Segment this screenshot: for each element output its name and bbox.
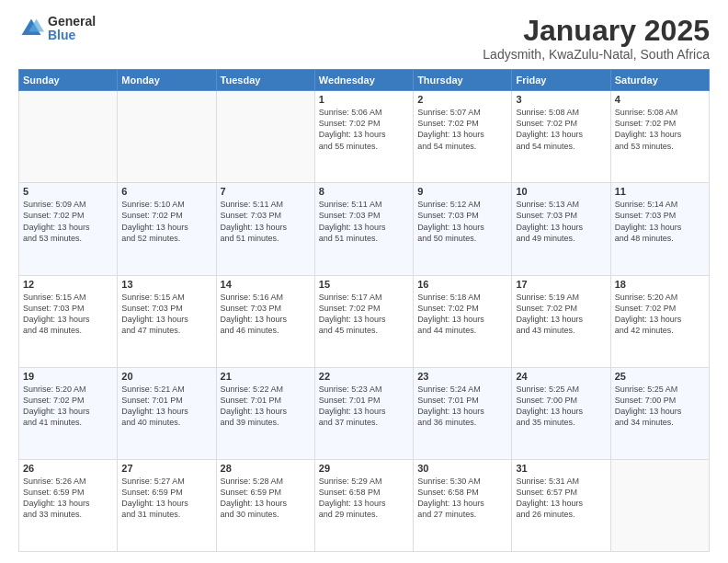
table-row: 7Sunrise: 5:11 AM Sunset: 7:03 PM Daylig… xyxy=(216,183,314,275)
table-row: 21Sunrise: 5:22 AM Sunset: 7:01 PM Dayli… xyxy=(216,367,314,459)
day-info: Sunrise: 5:24 AM Sunset: 7:01 PM Dayligh… xyxy=(417,384,507,429)
day-number: 18 xyxy=(615,279,705,290)
table-row: 5Sunrise: 5:09 AM Sunset: 7:02 PM Daylig… xyxy=(19,183,118,275)
day-info: Sunrise: 5:20 AM Sunset: 7:02 PM Dayligh… xyxy=(615,292,705,337)
table-row: 10Sunrise: 5:13 AM Sunset: 7:03 PM Dayli… xyxy=(512,183,610,275)
table-row: 2Sunrise: 5:07 AM Sunset: 7:02 PM Daylig… xyxy=(414,91,512,183)
day-info: Sunrise: 5:29 AM Sunset: 6:58 PM Dayligh… xyxy=(319,476,409,521)
table-row: 25Sunrise: 5:25 AM Sunset: 7:00 PM Dayli… xyxy=(610,367,709,459)
logo-blue-label: Blue xyxy=(48,29,96,42)
day-info: Sunrise: 5:21 AM Sunset: 7:01 PM Dayligh… xyxy=(121,384,211,429)
day-number: 19 xyxy=(23,371,113,382)
day-info: Sunrise: 5:08 AM Sunset: 7:02 PM Dayligh… xyxy=(516,107,606,152)
location-title: Ladysmith, KwaZulu-Natal, South Africa xyxy=(483,47,710,62)
table-row: 12Sunrise: 5:15 AM Sunset: 7:03 PM Dayli… xyxy=(19,275,118,367)
table-row: 17Sunrise: 5:19 AM Sunset: 7:02 PM Dayli… xyxy=(512,275,610,367)
day-number: 10 xyxy=(516,186,606,197)
table-row xyxy=(216,91,314,183)
table-row: 23Sunrise: 5:24 AM Sunset: 7:01 PM Dayli… xyxy=(414,367,512,459)
table-row: 30Sunrise: 5:30 AM Sunset: 6:58 PM Dayli… xyxy=(414,459,512,551)
day-info: Sunrise: 5:20 AM Sunset: 7:02 PM Dayligh… xyxy=(23,384,113,429)
calendar-week-2: 5Sunrise: 5:09 AM Sunset: 7:02 PM Daylig… xyxy=(19,183,710,275)
day-info: Sunrise: 5:28 AM Sunset: 6:59 PM Dayligh… xyxy=(221,476,311,521)
table-row xyxy=(118,91,216,183)
day-number: 6 xyxy=(121,186,211,197)
table-row: 3Sunrise: 5:08 AM Sunset: 7:02 PM Daylig… xyxy=(512,91,610,183)
day-info: Sunrise: 5:25 AM Sunset: 7:00 PM Dayligh… xyxy=(615,384,705,429)
day-info: Sunrise: 5:08 AM Sunset: 7:02 PM Dayligh… xyxy=(615,107,705,152)
table-row: 22Sunrise: 5:23 AM Sunset: 7:01 PM Dayli… xyxy=(314,367,413,459)
day-number: 15 xyxy=(319,279,409,290)
day-number: 27 xyxy=(121,463,211,474)
table-row: 26Sunrise: 5:26 AM Sunset: 6:59 PM Dayli… xyxy=(19,459,118,551)
col-sunday: Sunday xyxy=(19,70,118,91)
logo-general-label: General xyxy=(48,15,96,29)
table-row: 13Sunrise: 5:15 AM Sunset: 7:03 PM Dayli… xyxy=(118,275,216,367)
day-number: 13 xyxy=(121,279,211,290)
day-number: 21 xyxy=(221,371,311,382)
day-info: Sunrise: 5:17 AM Sunset: 7:02 PM Dayligh… xyxy=(319,292,409,337)
day-info: Sunrise: 5:14 AM Sunset: 7:03 PM Dayligh… xyxy=(615,199,705,244)
table-row: 28Sunrise: 5:28 AM Sunset: 6:59 PM Dayli… xyxy=(216,459,314,551)
table-row: 11Sunrise: 5:14 AM Sunset: 7:03 PM Dayli… xyxy=(610,183,709,275)
logo-text: General Blue xyxy=(48,15,96,43)
day-info: Sunrise: 5:27 AM Sunset: 6:59 PM Dayligh… xyxy=(121,476,211,521)
day-number: 12 xyxy=(23,279,113,290)
day-number: 26 xyxy=(23,463,113,474)
day-number: 2 xyxy=(417,94,507,105)
day-info: Sunrise: 5:13 AM Sunset: 7:03 PM Dayligh… xyxy=(516,199,606,244)
table-row: 8Sunrise: 5:11 AM Sunset: 7:03 PM Daylig… xyxy=(314,183,413,275)
calendar-week-5: 26Sunrise: 5:26 AM Sunset: 6:59 PM Dayli… xyxy=(19,459,710,551)
day-number: 8 xyxy=(319,186,409,197)
table-row: 15Sunrise: 5:17 AM Sunset: 7:02 PM Dayli… xyxy=(314,275,413,367)
day-info: Sunrise: 5:18 AM Sunset: 7:02 PM Dayligh… xyxy=(417,292,507,337)
day-info: Sunrise: 5:16 AM Sunset: 7:03 PM Dayligh… xyxy=(221,292,311,337)
day-number: 31 xyxy=(516,463,606,474)
day-number: 14 xyxy=(221,279,311,290)
table-row: 9Sunrise: 5:12 AM Sunset: 7:03 PM Daylig… xyxy=(414,183,512,275)
day-number: 9 xyxy=(417,186,507,197)
table-row xyxy=(19,91,118,183)
table-row xyxy=(610,459,709,551)
table-row: 18Sunrise: 5:20 AM Sunset: 7:02 PM Dayli… xyxy=(610,275,709,367)
day-number: 1 xyxy=(319,94,409,105)
day-info: Sunrise: 5:26 AM Sunset: 6:59 PM Dayligh… xyxy=(23,476,113,521)
day-number: 11 xyxy=(615,186,705,197)
calendar-week-1: 1Sunrise: 5:06 AM Sunset: 7:02 PM Daylig… xyxy=(19,91,710,183)
day-info: Sunrise: 5:09 AM Sunset: 7:02 PM Dayligh… xyxy=(23,199,113,244)
day-number: 3 xyxy=(516,94,606,105)
table-row: 20Sunrise: 5:21 AM Sunset: 7:01 PM Dayli… xyxy=(118,367,216,459)
day-info: Sunrise: 5:31 AM Sunset: 6:57 PM Dayligh… xyxy=(516,476,606,521)
day-number: 5 xyxy=(23,186,113,197)
day-number: 22 xyxy=(319,371,409,382)
day-info: Sunrise: 5:12 AM Sunset: 7:03 PM Dayligh… xyxy=(417,199,507,244)
title-block: January 2025 Ladysmith, KwaZulu-Natal, S… xyxy=(483,15,710,62)
day-info: Sunrise: 5:19 AM Sunset: 7:02 PM Dayligh… xyxy=(516,292,606,337)
day-info: Sunrise: 5:11 AM Sunset: 7:03 PM Dayligh… xyxy=(221,199,311,244)
day-info: Sunrise: 5:07 AM Sunset: 7:02 PM Dayligh… xyxy=(417,107,507,152)
calendar-week-3: 12Sunrise: 5:15 AM Sunset: 7:03 PM Dayli… xyxy=(19,275,710,367)
day-number: 16 xyxy=(417,279,507,290)
day-number: 4 xyxy=(615,94,705,105)
table-row: 6Sunrise: 5:10 AM Sunset: 7:02 PM Daylig… xyxy=(118,183,216,275)
table-row: 4Sunrise: 5:08 AM Sunset: 7:02 PM Daylig… xyxy=(610,91,709,183)
logo: General Blue xyxy=(18,15,96,43)
day-number: 24 xyxy=(516,371,606,382)
day-number: 7 xyxy=(221,186,311,197)
table-row: 24Sunrise: 5:25 AM Sunset: 7:00 PM Dayli… xyxy=(512,367,610,459)
header: General Blue January 2025 Ladysmith, Kwa… xyxy=(18,15,710,62)
col-wednesday: Wednesday xyxy=(314,70,413,91)
logo-icon xyxy=(18,16,44,41)
day-info: Sunrise: 5:22 AM Sunset: 7:01 PM Dayligh… xyxy=(221,384,311,429)
day-number: 29 xyxy=(319,463,409,474)
day-number: 30 xyxy=(417,463,507,474)
table-row: 31Sunrise: 5:31 AM Sunset: 6:57 PM Dayli… xyxy=(512,459,610,551)
calendar-header-row: Sunday Monday Tuesday Wednesday Thursday… xyxy=(19,70,710,91)
day-info: Sunrise: 5:11 AM Sunset: 7:03 PM Dayligh… xyxy=(319,199,409,244)
table-row: 1Sunrise: 5:06 AM Sunset: 7:02 PM Daylig… xyxy=(314,91,413,183)
day-number: 23 xyxy=(417,371,507,382)
calendar-week-4: 19Sunrise: 5:20 AM Sunset: 7:02 PM Dayli… xyxy=(19,367,710,459)
col-friday: Friday xyxy=(512,70,610,91)
col-saturday: Saturday xyxy=(610,70,709,91)
table-row: 29Sunrise: 5:29 AM Sunset: 6:58 PM Dayli… xyxy=(314,459,413,551)
